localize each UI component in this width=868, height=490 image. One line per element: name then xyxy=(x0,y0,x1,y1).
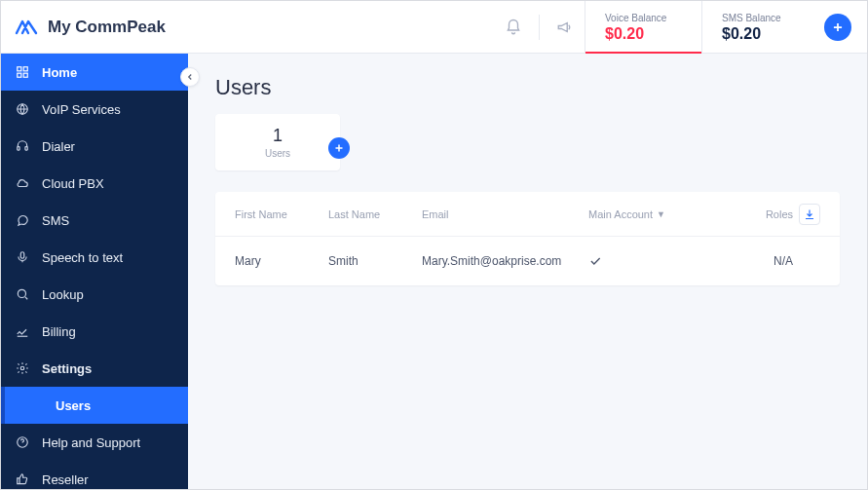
sidebar-subitem-label: Users xyxy=(56,398,91,413)
sidebar-subitem-users[interactable]: Users xyxy=(1,387,188,424)
sidebar-item-label: Home xyxy=(42,65,77,80)
sidebar-item-settings[interactable]: Settings xyxy=(1,350,188,387)
chat-icon xyxy=(15,212,30,228)
help-icon xyxy=(15,434,30,450)
users-count-label: Users xyxy=(265,148,290,159)
col-last-name[interactable]: Last Name xyxy=(328,208,422,220)
col-roles[interactable]: Roles xyxy=(725,208,793,220)
sidebar-item-help[interactable]: Help and Support xyxy=(1,424,188,461)
cell-first-name: Mary xyxy=(235,254,328,268)
sidebar-item-label: SMS xyxy=(42,213,69,228)
headset-icon xyxy=(15,138,30,154)
divider xyxy=(539,15,540,40)
sidebar-item-lookup[interactable]: Lookup xyxy=(1,276,188,313)
svg-rect-1 xyxy=(23,67,27,71)
table-row[interactable]: Mary Smith Mary.Smith@oakprise.com N/A xyxy=(215,237,840,285)
svg-point-8 xyxy=(18,289,25,297)
sms-balance-value: $0.20 xyxy=(722,25,799,43)
add-user-button[interactable] xyxy=(328,137,350,159)
gear-icon xyxy=(15,360,30,376)
svg-rect-6 xyxy=(25,147,27,151)
sidebar-item-label: Lookup xyxy=(42,287,84,302)
page-title: Users xyxy=(215,75,840,100)
col-main-account[interactable]: Main Account ▼ xyxy=(588,208,725,220)
cell-last-name: Smith xyxy=(328,254,422,268)
chevron-down-icon: ▼ xyxy=(657,209,665,219)
sidebar-item-billing[interactable]: Billing xyxy=(1,313,188,350)
search-icon xyxy=(15,286,30,302)
logo-icon xyxy=(15,16,38,39)
sidebar-item-label: Cloud PBX xyxy=(42,176,104,191)
sidebar-item-speech[interactable]: Speech to text xyxy=(1,239,188,276)
check-icon xyxy=(588,254,602,268)
bell-icon[interactable] xyxy=(494,1,533,54)
sidebar-item-sms[interactable]: SMS xyxy=(1,202,188,239)
sidebar-collapse-button[interactable] xyxy=(180,67,200,87)
sidebar-item-voip[interactable]: VoIP Services xyxy=(1,91,188,128)
svg-rect-7 xyxy=(20,252,24,258)
sidebar-item-label: Reseller xyxy=(42,472,89,487)
voice-balance[interactable]: Voice Balance $0.20 xyxy=(585,1,701,54)
svg-point-9 xyxy=(20,366,24,370)
thumbs-up-icon xyxy=(15,471,30,487)
svg-rect-0 xyxy=(18,67,21,71)
globe-icon xyxy=(15,101,30,117)
users-table: First Name Last Name Email Main Account … xyxy=(215,192,840,285)
sidebar-item-cloudpbx[interactable]: Cloud PBX xyxy=(1,165,188,202)
cell-email: Mary.Smith@oakprise.com xyxy=(422,254,588,268)
cell-main-account xyxy=(588,254,725,268)
sidebar-item-label: VoIP Services xyxy=(42,102,121,117)
cell-roles: N/A xyxy=(725,254,793,268)
col-first-name[interactable]: First Name xyxy=(235,208,328,220)
app-title: My CommPeak xyxy=(48,18,166,37)
sms-balance[interactable]: SMS Balance $0.20 xyxy=(701,1,818,54)
sidebar-item-label: Billing xyxy=(42,324,76,339)
sidebar-item-label: Dialer xyxy=(42,139,75,154)
sidebar-item-reseller[interactable]: Reseller xyxy=(1,461,188,489)
users-count-value: 1 xyxy=(273,126,283,146)
billing-icon xyxy=(15,323,30,339)
col-email[interactable]: Email xyxy=(422,208,588,220)
mic-icon xyxy=(15,249,30,265)
sidebar-item-label: Help and Support xyxy=(42,435,140,450)
download-icon[interactable] xyxy=(799,204,820,225)
voice-balance-label: Voice Balance xyxy=(605,13,682,23)
sidebar-item-label: Settings xyxy=(42,361,92,376)
grid-icon xyxy=(15,64,30,80)
megaphone-icon[interactable] xyxy=(546,1,585,54)
add-balance-button[interactable] xyxy=(824,14,851,41)
cloud-icon xyxy=(15,175,30,191)
users-count-card: 1 Users xyxy=(215,114,340,170)
svg-rect-3 xyxy=(23,73,27,77)
sms-balance-label: SMS Balance xyxy=(722,13,799,23)
voice-balance-value: $0.20 xyxy=(605,25,682,43)
svg-rect-2 xyxy=(18,73,21,77)
svg-rect-5 xyxy=(18,147,19,151)
sidebar-item-dialer[interactable]: Dialer xyxy=(1,128,188,165)
sidebar-item-label: Speech to text xyxy=(42,250,123,265)
sidebar-item-home[interactable]: Home xyxy=(1,54,188,91)
